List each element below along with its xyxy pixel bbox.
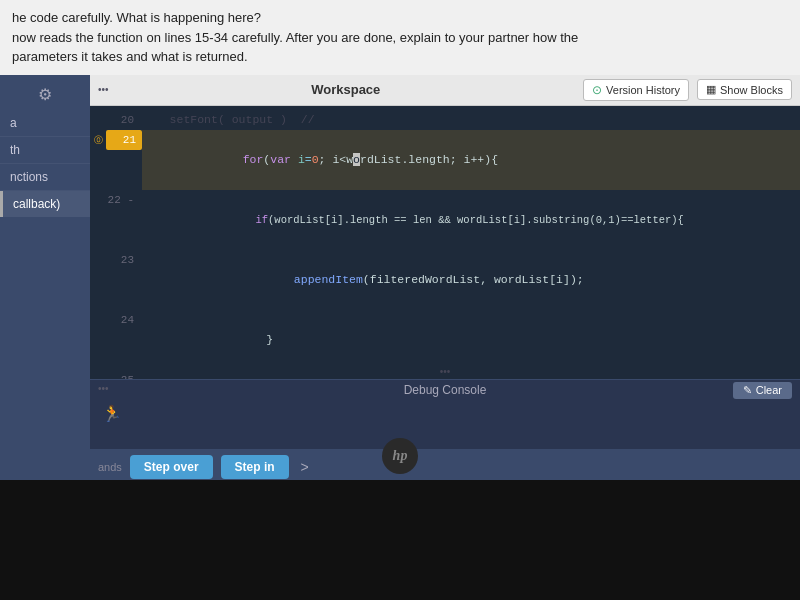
sidebar: ⚙ a th nctions callback) xyxy=(0,75,90,481)
keyboard-area xyxy=(0,480,800,600)
gear-icon[interactable]: ⚙ xyxy=(0,79,90,110)
dots-left: ••• xyxy=(98,83,109,97)
clear-button[interactable]: ✎ Clear xyxy=(733,382,792,399)
clock-icon: ⊙ xyxy=(592,83,602,97)
code-editor[interactable]: 20 setFont( output ) // ⓪ 21 for(var i=0… xyxy=(90,106,800,379)
code-line-24: 24 } xyxy=(90,310,800,370)
sidebar-item-a[interactable]: a xyxy=(0,110,90,137)
eraser-icon: ✎ xyxy=(743,384,752,397)
instruction-area: he code carefully. What is happening her… xyxy=(0,0,800,75)
workspace-header: ••• Workspace ⊙ Version History ▦ Show B… xyxy=(90,75,800,106)
workspace-title: Workspace xyxy=(117,82,576,97)
debug-content: 🏃 xyxy=(90,400,800,428)
hp-logo: hp xyxy=(382,438,418,474)
prompt-indicator: > xyxy=(301,459,309,475)
bottom-controls: ands Step over Step in > xyxy=(90,449,800,481)
code-line-23: 23 appendItem(filteredWordList, wordList… xyxy=(90,250,800,310)
step-in-button[interactable]: Step in xyxy=(221,455,289,479)
debug-area: ••• Debug Console ✎ Clear 🏃 xyxy=(90,379,800,449)
hands-label: ands xyxy=(98,461,122,473)
runner-icon: 🏃 xyxy=(102,406,122,424)
debug-header: ••• Debug Console ✎ Clear xyxy=(90,380,800,400)
instruction-line1: he code carefully. What is happening her… xyxy=(12,8,788,28)
code-scroll: 20 setFont( output ) // ⓪ 21 for(var i=0… xyxy=(90,106,800,379)
show-blocks-button[interactable]: ▦ Show Blocks xyxy=(697,79,792,100)
version-history-button[interactable]: ⊙ Version History xyxy=(583,79,689,101)
sidebar-item-callback[interactable]: callback) xyxy=(0,191,90,217)
instruction-line2: now reads the function on lines 15-34 ca… xyxy=(12,28,788,48)
instruction-line3: parameters it takes and what is returned… xyxy=(12,47,788,67)
blocks-icon: ▦ xyxy=(706,83,716,96)
ide-container: ⚙ a th nctions callback) ••• Workspace ⊙ xyxy=(0,75,800,481)
code-line-21: ⓪ 21 for(var i=0; i<wordList.length; i++… xyxy=(90,130,800,190)
code-line-22: 22 - if(wordList[i].length == len && wor… xyxy=(90,190,800,250)
code-line-20: 20 setFont( output ) // xyxy=(90,110,800,130)
dots-editor-bottom: ••• xyxy=(440,365,451,379)
sidebar-item-nctions[interactable]: nctions xyxy=(0,164,90,191)
sidebar-item-th[interactable]: th xyxy=(0,137,90,164)
debug-console-title: Debug Console xyxy=(404,383,487,397)
workspace: ••• Workspace ⊙ Version History ▦ Show B… xyxy=(90,75,800,481)
step-over-button[interactable]: Step over xyxy=(130,455,213,479)
dots-debug: ••• xyxy=(98,382,109,396)
